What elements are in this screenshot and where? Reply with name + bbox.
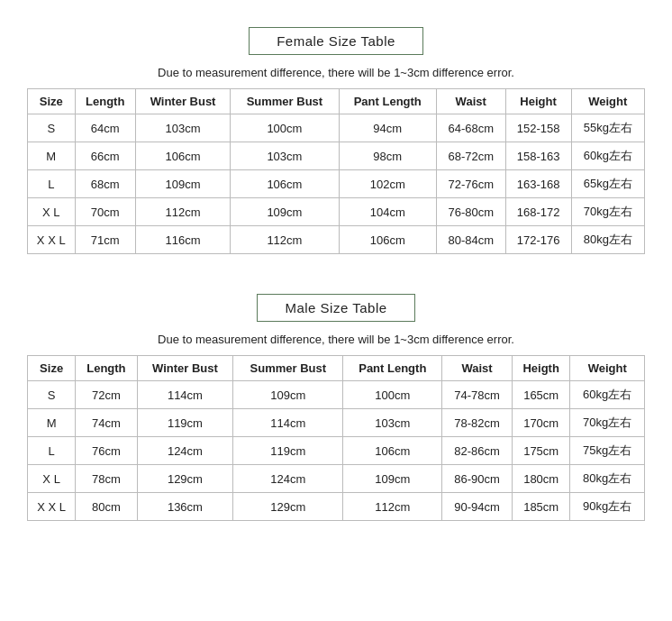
table-cell: 106cm xyxy=(339,226,436,254)
female-note: Due to measurement difference, there wil… xyxy=(27,66,645,79)
table-cell: 98cm xyxy=(339,142,436,170)
table-cell: 152-158 xyxy=(505,114,571,142)
table-cell: 119cm xyxy=(137,409,233,437)
table-cell: 168-172 xyxy=(505,198,571,226)
table-cell: 60kg左右 xyxy=(570,381,645,409)
table-cell: 74cm xyxy=(76,409,137,437)
table-cell: 158-163 xyxy=(505,142,571,170)
column-header: Size xyxy=(28,356,76,381)
table-cell: 119cm xyxy=(233,437,343,465)
table-cell: 112cm xyxy=(343,493,442,521)
column-header: Size xyxy=(28,89,76,114)
column-header: Waist xyxy=(436,89,505,114)
table-cell: X X L xyxy=(28,226,76,254)
table-cell: 109cm xyxy=(233,381,343,409)
column-header: Winter Bust xyxy=(135,89,230,114)
table-cell: 112cm xyxy=(231,226,339,254)
column-header: Height xyxy=(505,89,571,114)
column-header: Waist xyxy=(442,356,513,381)
table-cell: 60kg左右 xyxy=(571,142,644,170)
table-cell: 172-176 xyxy=(505,226,571,254)
female-table-body: S64cm103cm100cm94cm64-68cm152-15855kg左右M… xyxy=(28,114,645,254)
table-cell: 175cm xyxy=(512,437,570,465)
table-cell: X X L xyxy=(28,493,76,521)
table-row: S72cm114cm109cm100cm74-78cm165cm60kg左右 xyxy=(28,381,645,409)
table-cell: L xyxy=(28,437,76,465)
table-cell: 180cm xyxy=(512,465,570,493)
table-cell: 80kg左右 xyxy=(571,226,644,254)
table-cell: 72cm xyxy=(76,381,137,409)
column-header: Pant Length xyxy=(339,89,436,114)
table-cell: 68-72cm xyxy=(436,142,505,170)
table-cell: 68cm xyxy=(75,170,135,198)
table-row: S64cm103cm100cm94cm64-68cm152-15855kg左右 xyxy=(28,114,645,142)
column-header: Summer Bust xyxy=(231,89,339,114)
table-cell: 106cm xyxy=(343,437,442,465)
column-header: Weight xyxy=(571,89,644,114)
male-size-table: SizeLengthWinter BustSummer BustPant Len… xyxy=(27,355,645,521)
table-cell: 78-82cm xyxy=(442,409,513,437)
female-title: Female Size Table xyxy=(249,27,423,55)
table-cell: 114cm xyxy=(137,381,233,409)
table-cell: 76-80cm xyxy=(436,198,505,226)
column-header: Heigth xyxy=(512,356,570,381)
table-cell: 80cm xyxy=(76,493,137,521)
table-cell: 71cm xyxy=(75,226,135,254)
table-cell: L xyxy=(28,170,76,198)
table-cell: 170cm xyxy=(512,409,570,437)
table-cell: 64cm xyxy=(75,114,135,142)
table-row: L76cm124cm119cm106cm82-86cm175cm75kg左右 xyxy=(28,437,645,465)
table-cell: 129cm xyxy=(233,493,343,521)
male-title: Male Size Table xyxy=(257,294,414,322)
table-cell: 103cm xyxy=(231,142,339,170)
table-cell: 129cm xyxy=(137,465,233,493)
table-cell: 109cm xyxy=(135,170,230,198)
table-cell: 114cm xyxy=(233,409,343,437)
table-cell: 76cm xyxy=(76,437,137,465)
female-title-wrap: Female Size Table xyxy=(27,27,645,55)
column-header: Winter Bust xyxy=(137,356,233,381)
table-cell: 106cm xyxy=(231,170,339,198)
table-cell: 100cm xyxy=(343,381,442,409)
table-cell: 80kg左右 xyxy=(570,465,645,493)
table-cell: 90-94cm xyxy=(442,493,513,521)
column-header: Length xyxy=(76,356,137,381)
table-cell: 136cm xyxy=(137,493,233,521)
table-cell: 103cm xyxy=(343,409,442,437)
table-cell: M xyxy=(28,142,76,170)
column-header: Pant Length xyxy=(343,356,442,381)
table-row: X L78cm129cm124cm109cm86-90cm180cm80kg左右 xyxy=(28,465,645,493)
male-table-body: S72cm114cm109cm100cm74-78cm165cm60kg左右M7… xyxy=(28,381,645,521)
table-cell: 72-76cm xyxy=(436,170,505,198)
table-cell: 74-78cm xyxy=(442,381,513,409)
table-cell: 106cm xyxy=(135,142,230,170)
table-cell: 109cm xyxy=(231,198,339,226)
table-cell: M xyxy=(28,409,76,437)
table-row: M66cm106cm103cm98cm68-72cm158-16360kg左右 xyxy=(28,142,645,170)
table-cell: 70cm xyxy=(75,198,135,226)
table-cell: 100cm xyxy=(231,114,339,142)
table-row: L68cm109cm106cm102cm72-76cm163-16865kg左右 xyxy=(28,170,645,198)
table-cell: 70kg左右 xyxy=(571,198,644,226)
table-cell: 163-168 xyxy=(505,170,571,198)
table-row: X X L71cm116cm112cm106cm80-84cm172-17680… xyxy=(28,226,645,254)
table-cell: 90kg左右 xyxy=(570,493,645,521)
table-cell: 65kg左右 xyxy=(571,170,644,198)
table-cell: 94cm xyxy=(339,114,436,142)
male-note: Due to measurement difference, there wil… xyxy=(27,333,645,346)
female-table-header: SizeLengthWinter BustSummer BustPant Len… xyxy=(28,89,645,114)
table-row: X L70cm112cm109cm104cm76-80cm168-17270kg… xyxy=(28,198,645,226)
table-row: M74cm119cm114cm103cm78-82cm170cm70kg左右 xyxy=(28,409,645,437)
table-cell: 78cm xyxy=(76,465,137,493)
table-cell: 102cm xyxy=(339,170,436,198)
table-cell: X L xyxy=(28,465,76,493)
table-cell: S xyxy=(28,114,76,142)
table-cell: 124cm xyxy=(233,465,343,493)
table-cell: 109cm xyxy=(343,465,442,493)
table-cell: 104cm xyxy=(339,198,436,226)
table-cell: 75kg左右 xyxy=(570,437,645,465)
table-cell: X L xyxy=(28,198,76,226)
male-title-wrap: Male Size Table xyxy=(27,294,645,322)
column-header: Weight xyxy=(570,356,645,381)
table-cell: 112cm xyxy=(135,198,230,226)
